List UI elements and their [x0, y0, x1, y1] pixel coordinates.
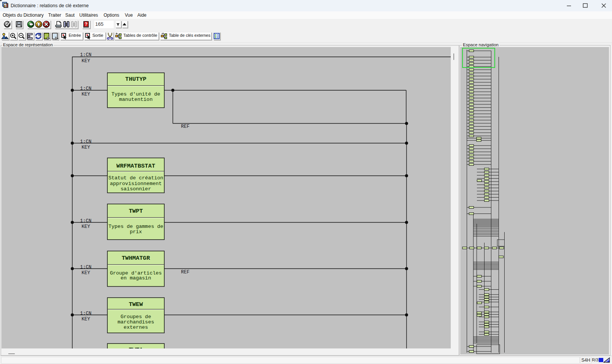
svg-text:1:CN: 1:CN: [80, 311, 91, 316]
svg-text:KEY: KEY: [82, 224, 90, 229]
svg-text:KEY: KEY: [82, 58, 90, 64]
svg-text:KEY: KEY: [82, 317, 90, 322]
svg-text:Statut de création: Statut de création: [109, 175, 164, 181]
svg-text:1:CN: 1:CN: [80, 218, 91, 224]
svg-text:en magasin: en magasin: [121, 275, 151, 281]
svg-text:approvisionnement: approvisionnement: [110, 181, 162, 187]
svg-text:1:CN: 1:CN: [80, 86, 91, 91]
svg-text:externes: externes: [124, 325, 148, 330]
svg-text:TWEW: TWEW: [129, 301, 143, 308]
svg-text:KEY: KEY: [82, 92, 90, 97]
svg-text:Groupes de: Groupes de: [121, 314, 151, 320]
svg-text:WRFMATBSTAT: WRFMATBSTAT: [116, 163, 155, 169]
svg-text:manutention: manutention: [119, 97, 153, 102]
svg-text:1:CN: 1:CN: [80, 52, 91, 58]
svg-text:1:CN: 1:CN: [80, 265, 91, 270]
svg-text:saisonnier: saisonnier: [121, 186, 151, 192]
svg-text:Types de gammes de: Types de gammes de: [109, 224, 164, 229]
svg-text:TWHMATGR: TWHMATGR: [122, 255, 150, 262]
svg-text:THUTYP: THUTYP: [125, 76, 146, 83]
svg-text:REF: REF: [181, 270, 190, 275]
svg-text:?: ?: [84, 22, 87, 27]
svg-text:REF: REF: [181, 124, 190, 129]
svg-text:TWPT: TWPT: [129, 208, 143, 215]
svg-text:Types d'unité de: Types d'unité de: [112, 91, 160, 97]
svg-text:marchandises: marchandises: [118, 319, 154, 325]
svg-text:prix: prix: [130, 229, 142, 235]
svg-text:KEY: KEY: [82, 270, 90, 276]
svg-text:1:CN: 1:CN: [80, 139, 91, 144]
svg-text:KEY: KEY: [82, 145, 90, 150]
